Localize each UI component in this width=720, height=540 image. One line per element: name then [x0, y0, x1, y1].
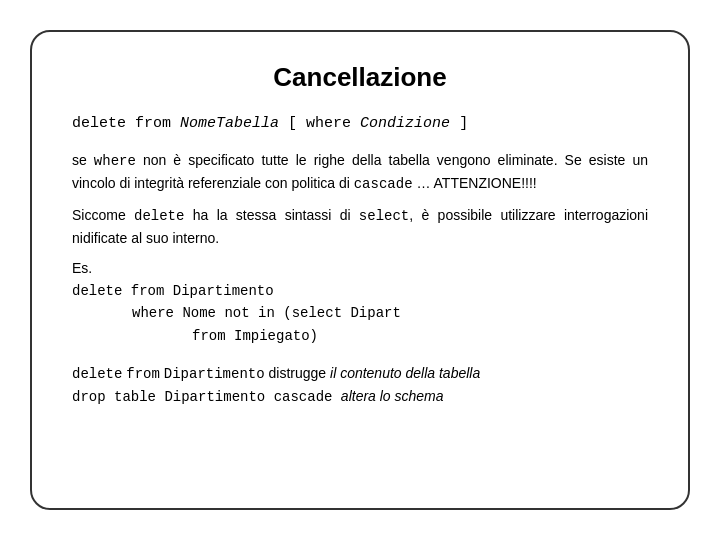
code-line-2: where Nome not in (select Dipart [72, 302, 648, 324]
paragraph-delete-select: Siccome delete ha la stessa sintassi di … [72, 205, 648, 249]
bottom-line2-pre: drop table Dipartimento cascade [72, 389, 341, 405]
inline-where: where [94, 153, 136, 169]
bottom-line1-italic: il contenuto della tabella [330, 365, 480, 381]
code-line-3: from Impiegato) [72, 325, 648, 347]
syntax-bracket-close: ] [450, 115, 468, 132]
inline-select: select [359, 208, 409, 224]
syntax-delete-from: delete from [72, 115, 180, 132]
inline-cascade: cascade [354, 176, 413, 192]
es-label: Es. [72, 260, 648, 276]
syntax-nome-tabella: NomeTabella [180, 115, 279, 132]
main-card: Cancellazione delete from NomeTabella [ … [30, 30, 690, 510]
code-example-1: delete from Dipartimento where Nome not … [72, 280, 648, 347]
bottom-line1-pre: delete from Dipartimento distrugge [72, 365, 330, 381]
code-line-1: delete from Dipartimento [72, 283, 274, 299]
syntax-space [351, 115, 360, 132]
syntax-condizione: Condizione [360, 115, 450, 132]
syntax-bracket-open: [ [279, 115, 306, 132]
bottom-text-block: delete from Dipartimento distrugge il co… [72, 363, 648, 408]
syntax-where: where [306, 115, 351, 132]
syntax-line: delete from NomeTabella [ where Condizio… [72, 115, 648, 132]
page-title: Cancellazione [72, 62, 648, 93]
inline-delete: delete [134, 208, 184, 224]
bottom-line2-italic: altera lo schema [341, 388, 444, 404]
paragraph-where-info: se where non è specificato tutte le righ… [72, 150, 648, 195]
